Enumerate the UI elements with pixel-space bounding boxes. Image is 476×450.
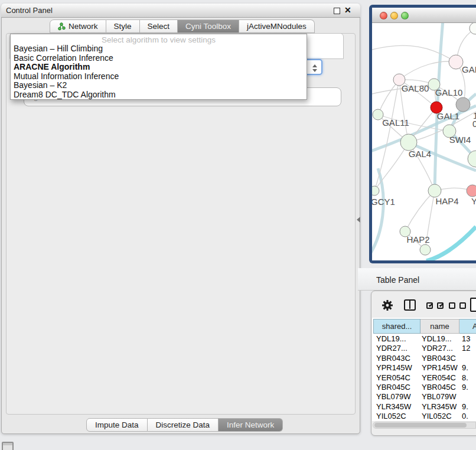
split-column-icon[interactable]	[404, 299, 416, 311]
unchecked-checkbox-icon[interactable]	[449, 302, 455, 309]
table-cell: YBL079W	[373, 392, 420, 402]
tab-style[interactable]: Style	[106, 19, 140, 33]
algorithm-option[interactable]: Mutual Information Inference	[11, 72, 307, 81]
gear-icon[interactable]	[381, 299, 394, 314]
network-node[interactable]	[428, 184, 441, 197]
tab-network[interactable]: Network	[50, 19, 106, 33]
cyni-bottom-tabs: Impute Data Discretize Data Infer Networ…	[86, 418, 283, 432]
algorithm-options-list: Bayesian – Hill ClimbingBasic Correlatio…	[11, 44, 307, 100]
node-label: GAL1	[437, 111, 459, 121]
column-header-shared-name[interactable]: shared...	[373, 319, 420, 334]
table-cell: YLR345W	[420, 402, 459, 412]
table-row[interactable]: YER054CYER054C8.	[373, 373, 476, 383]
algorithm-option[interactable]: Basic Correlation Inference	[11, 54, 307, 63]
network-node[interactable]	[449, 55, 463, 69]
network-edge	[374, 142, 409, 191]
node-label: Y	[471, 196, 476, 206]
network-window-titlebar[interactable]	[372, 8, 476, 23]
table-row[interactable]: YBL079WYBL079W	[373, 392, 476, 402]
node-label: GAL11	[382, 118, 409, 128]
node-label: 0	[472, 119, 476, 129]
table-cell: YBR045C	[420, 383, 459, 392]
algorithm-option[interactable]: Bayesian – Hill Climbing	[11, 44, 307, 54]
tab-label: Impute Data	[95, 420, 139, 429]
table-row[interactable]: YIL052CYIL052C0.	[373, 412, 476, 420]
table-row[interactable]: YPR145WYPR145W9.	[373, 363, 476, 373]
table-row[interactable]: YDL19...YDL19...13	[373, 334, 476, 344]
network-node[interactable]	[470, 23, 476, 34]
table-cell: YPR145W	[420, 363, 459, 373]
network-node[interactable]	[420, 244, 431, 255]
tab-select[interactable]: Select	[140, 19, 178, 33]
network-node[interactable]	[456, 97, 470, 112]
table-cell: YBR043C	[373, 354, 420, 363]
table-row[interactable]: YBR045CYBR045C9.	[373, 383, 476, 392]
table-cell: 0.	[459, 412, 476, 420]
unchecked-checkbox-icon[interactable]	[459, 302, 466, 309]
network-edge	[405, 191, 435, 231]
network-icon	[58, 22, 66, 31]
tab-label: Select	[148, 22, 170, 31]
node-label: HAP2	[406, 234, 429, 244]
table-cell: YBL079W	[420, 392, 459, 402]
table-cell: YDR27...	[373, 344, 420, 353]
tab-cyni-toolbox[interactable]: Cyni Toolbox	[178, 19, 239, 33]
network-canvas[interactable]: GALGAL80GAL10GAL1GAL11SWI4GAL4GCY1HAP4YH…	[372, 23, 476, 260]
zoom-traffic-light-icon[interactable]	[401, 12, 409, 19]
checked-checkbox-icon[interactable]	[437, 302, 444, 309]
node-label: GAL	[462, 64, 476, 74]
table-cell: 9.	[459, 402, 476, 412]
tab-label: Discretize Data	[156, 420, 210, 429]
algorithm-option[interactable]: Dream8 DC_TDC Algorithm	[11, 90, 307, 100]
table-row[interactable]: YBR043CYBR043C	[373, 354, 476, 363]
tab-discretize-data[interactable]: Discretize Data	[148, 418, 219, 432]
node-label: GAL80	[402, 83, 429, 93]
table-row[interactable]: YDR27...YDR27...12	[373, 344, 476, 353]
tab-impute-data[interactable]: Impute Data	[86, 418, 148, 432]
table-cell	[459, 392, 476, 402]
network-node[interactable]	[372, 186, 379, 195]
algorithm-option[interactable]: Bayesian – K2	[11, 81, 307, 90]
close-traffic-light-icon[interactable]	[380, 12, 387, 19]
checked-checkbox-icon[interactable]	[426, 302, 433, 309]
algorithm-option[interactable]: ARACNE Algorithm	[11, 63, 307, 72]
column-header-partial[interactable]: A	[459, 319, 476, 334]
minimize-traffic-light-icon[interactable]	[390, 12, 398, 19]
table-cell: YER054C	[420, 373, 459, 383]
tab-label: Style	[114, 22, 132, 31]
network-edge	[399, 61, 456, 80]
table-row[interactable]: YLR345WYLR345W9.	[373, 402, 476, 412]
table-cell: YIL052C	[420, 412, 459, 420]
minimized-panel-icon[interactable]	[2, 442, 14, 450]
float-window-icon[interactable]	[334, 8, 340, 14]
network-graph: GALGAL80GAL10GAL1GAL11SWI4GAL4GCY1HAP4YH…	[372, 23, 476, 260]
control-panel-title: Control Panel	[6, 6, 53, 15]
table-horizontal-scrollbar-thumb[interactable]	[374, 423, 467, 428]
tab-infer-network[interactable]: Infer Network	[219, 418, 283, 432]
table-cell: 13	[459, 334, 476, 344]
table-body: YDL19...YDL19...13YDR27...YDR27...12YBR0…	[373, 334, 476, 420]
table-cell: 9.	[459, 363, 476, 373]
column-header-name[interactable]: name	[420, 319, 459, 334]
table-cell: YLR345W	[373, 402, 420, 412]
document-icon[interactable]	[470, 298, 476, 312]
node-label: GAL4	[409, 149, 431, 159]
network-node[interactable]	[467, 185, 476, 197]
tab-label: jActiveMNodules	[247, 22, 307, 31]
tab-jactivemnodules[interactable]: jActiveMNodules	[239, 19, 315, 33]
network-edge	[426, 227, 476, 260]
tab-label: Infer Network	[227, 420, 274, 429]
network-edge	[372, 168, 383, 256]
close-icon[interactable]: ✕	[344, 5, 351, 15]
table-cell: YPR145W	[373, 363, 420, 373]
table-header-row: shared... name A	[373, 319, 476, 334]
tab-label: Network	[69, 22, 98, 31]
network-edge	[372, 45, 456, 62]
control-panel-titlebar[interactable]	[1, 4, 360, 18]
table-panel-title: Table Panel	[376, 275, 419, 285]
network-node[interactable]	[400, 134, 417, 151]
panel-collapse-arrow-icon[interactable]	[357, 217, 360, 223]
tab-label: Cyni Toolbox	[185, 22, 231, 31]
control-panel-tabs: Network Style Select Cyni Toolbox jActiv…	[50, 19, 315, 33]
node-label: GCY1	[372, 197, 395, 207]
